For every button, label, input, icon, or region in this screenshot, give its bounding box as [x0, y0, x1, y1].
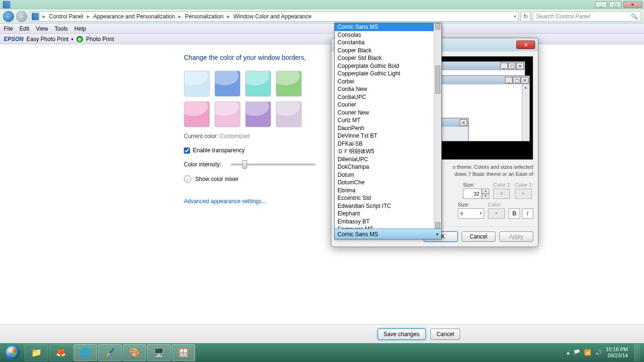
- font-option[interactable]: DotumChe: [335, 179, 441, 187]
- font-option[interactable]: Embassy BT: [335, 218, 441, 226]
- color-swatch[interactable]: [215, 101, 240, 127]
- tray-expand-icon[interactable]: ▴: [567, 349, 570, 356]
- crumb-appearance[interactable]: Appearance and Personalization: [91, 13, 177, 20]
- font-option[interactable]: ＤＦ明朝体W5: [335, 148, 441, 156]
- color1-dropdown[interactable]: [493, 189, 510, 199]
- font-option[interactable]: Elephant: [335, 210, 441, 218]
- network-icon[interactable]: 📶: [584, 349, 591, 356]
- color-swatch[interactable]: [276, 71, 302, 97]
- color-swatch[interactable]: [276, 101, 302, 127]
- search-input[interactable]: Search Control Panel 🔍: [533, 11, 641, 22]
- flag-icon[interactable]: 🏳️: [573, 349, 580, 356]
- font-option[interactable]: Cooper Std Black: [335, 54, 441, 62]
- taskbar-control-panel[interactable]: 🪟: [172, 344, 195, 361]
- cancel-button[interactable]: Cancel: [430, 329, 460, 340]
- font-option[interactable]: Cordia New: [335, 85, 441, 93]
- breadcrumb[interactable]: ▶ Control Panel ▶ Appearance and Persona…: [29, 11, 519, 22]
- epson-photo-print[interactable]: Photo Print: [86, 36, 114, 42]
- font-size-dropdown[interactable]: 9▾: [458, 208, 484, 219]
- menu-help[interactable]: Help: [74, 25, 86, 32]
- scroll-up-icon[interactable]: [435, 23, 440, 30]
- dialog-close-button[interactable]: ✕: [516, 41, 535, 49]
- color2-dropdown[interactable]: [515, 189, 532, 199]
- font-option[interactable]: Comic Sans MS: [335, 23, 441, 31]
- taskbar-firefox[interactable]: 🦊: [49, 344, 73, 361]
- menu-view[interactable]: View: [36, 25, 48, 32]
- font-option[interactable]: DaunPenh: [335, 124, 441, 132]
- font-option[interactable]: Cooper Black: [335, 47, 441, 55]
- color-swatch[interactable]: [245, 101, 271, 127]
- save-bar: Save changes Cancel: [0, 324, 644, 343]
- enable-transparency-checkbox[interactable]: [184, 148, 190, 154]
- font-option[interactable]: DeVinne Txt BT: [335, 132, 441, 140]
- crumb-window-color[interactable]: Window Color and Appearance: [231, 13, 313, 20]
- taskbar-paint[interactable]: 🎨: [123, 344, 146, 361]
- spin-down-icon[interactable]: ▼: [482, 194, 489, 199]
- font-option[interactable]: Consolas: [335, 31, 441, 39]
- font-option[interactable]: CordiaUPC: [335, 93, 441, 101]
- crumb-control-panel[interactable]: Control Panel: [47, 13, 85, 20]
- font-option[interactable]: DokChampa: [335, 163, 441, 171]
- font-option[interactable]: Copperplate Gothic Bold: [335, 62, 441, 70]
- font-option[interactable]: Ebrima: [335, 187, 441, 195]
- taskbar-chrome[interactable]: 🌐: [74, 344, 97, 361]
- cancel-button[interactable]: Cancel: [462, 231, 495, 242]
- font-option[interactable]: Eccentric Std: [335, 194, 441, 202]
- font-option[interactable]: Dotum: [335, 171, 441, 179]
- size-spinbox-1[interactable]: ▲▼: [463, 189, 489, 199]
- font-option[interactable]: Engravers MT: [335, 225, 441, 229]
- menu-edit[interactable]: Edit: [19, 25, 29, 32]
- font-list-scrollbar[interactable]: [434, 23, 441, 229]
- clock[interactable]: 10:18 PM 09/23/14: [606, 346, 628, 359]
- taskbar-personalization[interactable]: 🖥️: [147, 344, 171, 361]
- menu-file[interactable]: File: [4, 25, 13, 32]
- minimize-button[interactable]: _: [595, 1, 607, 8]
- slider-thumb[interactable]: [242, 160, 247, 169]
- size-input-1[interactable]: [463, 189, 482, 199]
- font-option[interactable]: DFKai-SB: [335, 140, 441, 148]
- advanced-appearance-link[interactable]: Advanced appearance settings...: [184, 198, 266, 205]
- color-swatch[interactable]: [215, 71, 240, 97]
- font-option[interactable]: Constantia: [335, 39, 441, 47]
- menu-tools[interactable]: Tools: [55, 25, 68, 32]
- show-desktop-button[interactable]: [635, 344, 640, 361]
- font-option[interactable]: Courier: [335, 101, 441, 109]
- forward-button[interactable]: →: [16, 11, 27, 22]
- close-button[interactable]: ✕: [623, 1, 642, 8]
- color-swatch[interactable]: [184, 101, 210, 127]
- color-intensity-slider[interactable]: [231, 164, 315, 165]
- back-button[interactable]: ←: [3, 11, 14, 22]
- system-tray[interactable]: ▴ 🏳️ 📶 🔊 10:18 PM 09/23/14: [567, 344, 642, 361]
- maximize-button[interactable]: ▢: [609, 1, 621, 8]
- taskbar-explorer[interactable]: 📁: [25, 344, 48, 361]
- chevron-down-icon[interactable]: ▾: [71, 37, 74, 41]
- font-color-dropdown[interactable]: [488, 208, 505, 219]
- font-dropdown-list[interactable]: Comic Sans MSConsolasConstantiaCooper Bl…: [334, 23, 442, 239]
- refresh-button[interactable]: ↻: [520, 11, 531, 22]
- spin-up-icon[interactable]: ▲: [482, 189, 489, 194]
- font-dropdown-selected[interactable]: Comic Sans MS ▾: [335, 229, 441, 239]
- save-changes-button[interactable]: Save changes: [378, 329, 426, 340]
- font-option[interactable]: Courier New: [335, 109, 441, 117]
- font-option[interactable]: Corbel: [335, 78, 441, 86]
- font-option[interactable]: Curlz MT: [335, 116, 441, 124]
- font-option[interactable]: Edwardian Script ITC: [335, 202, 441, 210]
- start-button[interactable]: [2, 344, 24, 361]
- crumb-personalization[interactable]: Personalization: [183, 13, 225, 20]
- scroll-down-icon[interactable]: [435, 222, 440, 229]
- search-icon[interactable]: 🔍: [631, 13, 638, 20]
- scroll-thumb[interactable]: [435, 66, 440, 94]
- expand-mixer-button[interactable]: ⌄: [184, 175, 191, 183]
- chevron-down-icon[interactable]: ▾: [514, 14, 516, 19]
- bold-button[interactable]: B: [509, 208, 520, 219]
- italic-button[interactable]: I: [522, 208, 533, 219]
- font-option[interactable]: DilleniaUPC: [335, 156, 441, 164]
- color-swatch[interactable]: [184, 71, 210, 97]
- taskbar-app[interactable]: 🖌️: [98, 344, 122, 361]
- color-swatch[interactable]: [245, 71, 271, 97]
- apply-button[interactable]: Apply: [499, 231, 533, 242]
- taskbar[interactable]: 📁 🦊 🌐 🖌️ 🎨 🖥️ 🪟 ▴ 🏳️ 📶 🔊 10:18 PM 09/23/…: [0, 343, 644, 362]
- font-option[interactable]: Copperplate Gothic Light: [335, 70, 441, 78]
- epson-easy-photo[interactable]: Easy Photo Print: [26, 36, 68, 42]
- volume-icon[interactable]: 🔊: [595, 349, 602, 356]
